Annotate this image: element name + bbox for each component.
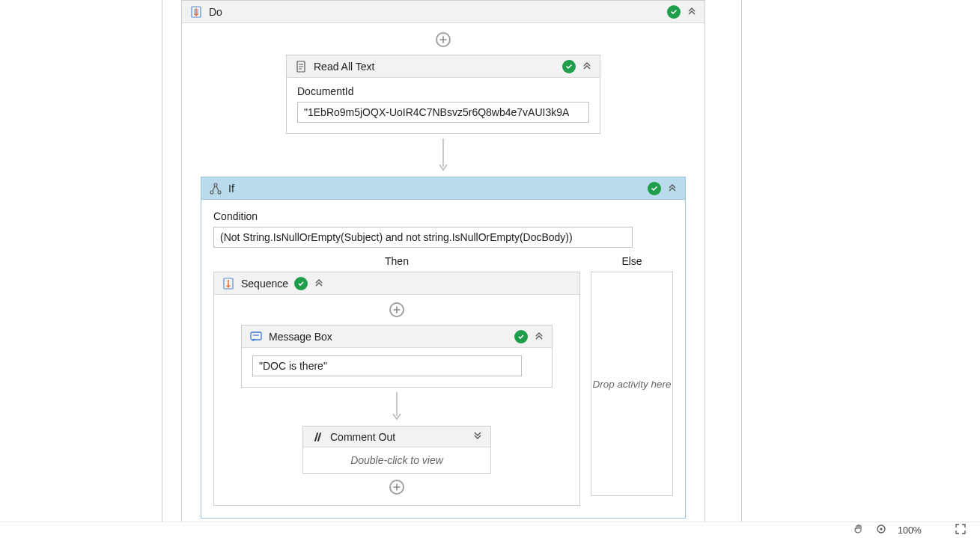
validation-ok-icon (514, 330, 528, 343)
status-bar: 100% (0, 522, 980, 538)
zoom-level: 100% (898, 525, 922, 536)
message-box-header[interactable]: Message Box (242, 325, 552, 348)
validation-ok-icon (648, 182, 661, 195)
pan-hand-icon[interactable] (853, 523, 865, 537)
sequence-activity[interactable]: Sequence (214, 272, 579, 505)
svg-point-3 (210, 191, 213, 194)
documentid-input[interactable] (297, 102, 589, 123)
read-all-text-activity[interactable]: Read All Text DocumentId (286, 55, 600, 134)
read-all-text-header[interactable]: Read All Text (287, 55, 600, 78)
zoom-reset-icon[interactable] (875, 523, 887, 537)
svg-point-4 (218, 191, 221, 194)
fit-to-screen-icon[interactable] (955, 523, 967, 537)
collapse-button[interactable] (534, 330, 544, 343)
flow-arrow-icon (437, 138, 449, 175)
expand-button[interactable] (472, 430, 483, 443)
sequence-title: Sequence (241, 278, 288, 290)
svg-rect-6 (251, 332, 261, 340)
collapse-button[interactable] (687, 5, 697, 18)
sequence-icon (222, 277, 235, 290)
if-header[interactable]: If (201, 177, 685, 200)
then-label: Then (213, 255, 580, 272)
sequence-body: Message Box (214, 295, 579, 505)
comment-out-hint[interactable]: Double-click to view (303, 447, 490, 473)
do-activity[interactable]: Do Read All Tex (181, 0, 705, 531)
condition-label: Condition (213, 210, 673, 222)
sequence-icon (189, 5, 203, 19)
document-icon (294, 60, 308, 73)
message-box-title: Message Box (269, 331, 508, 343)
add-activity-button[interactable] (436, 32, 451, 47)
do-body: Read All Text DocumentId (182, 23, 704, 531)
then-container[interactable]: Sequence (213, 272, 580, 506)
condition-input[interactable] (213, 227, 633, 248)
if-activity[interactable]: If Condition Then (201, 177, 686, 519)
message-box-activity[interactable]: Message Box (241, 325, 553, 388)
else-label: Else (591, 255, 673, 272)
collapse-button[interactable] (582, 60, 592, 73)
validation-ok-icon (562, 60, 576, 73)
validation-ok-icon (294, 277, 308, 290)
flow-arrow-icon (391, 392, 403, 424)
comment-out-header[interactable]: Comment Out (303, 427, 490, 447)
collapse-button[interactable] (314, 277, 324, 290)
if-title: If (228, 183, 642, 195)
comment-out-activity[interactable]: Comment Out Double-click to view (302, 426, 491, 474)
add-activity-button[interactable] (389, 302, 404, 317)
else-drop-hint: Drop activity here (592, 379, 671, 390)
branch-icon (209, 182, 222, 195)
message-input[interactable] (252, 355, 522, 376)
svg-point-8 (880, 528, 882, 530)
validation-ok-icon (667, 5, 681, 19)
message-icon (249, 330, 263, 343)
documentid-label: DocumentId (297, 85, 589, 97)
comment-slash-icon (311, 430, 324, 444)
collapse-button[interactable] (667, 182, 678, 195)
read-all-text-title: Read All Text (314, 61, 556, 73)
do-header[interactable]: Do (182, 1, 704, 23)
comment-out-title: Comment Out (330, 431, 466, 443)
sequence-header[interactable]: Sequence (214, 272, 579, 295)
panel-border-right (741, 0, 742, 538)
else-container[interactable]: Drop activity here (591, 272, 673, 496)
do-title: Do (209, 6, 661, 18)
add-activity-button[interactable] (389, 480, 404, 495)
svg-point-2 (214, 183, 217, 186)
